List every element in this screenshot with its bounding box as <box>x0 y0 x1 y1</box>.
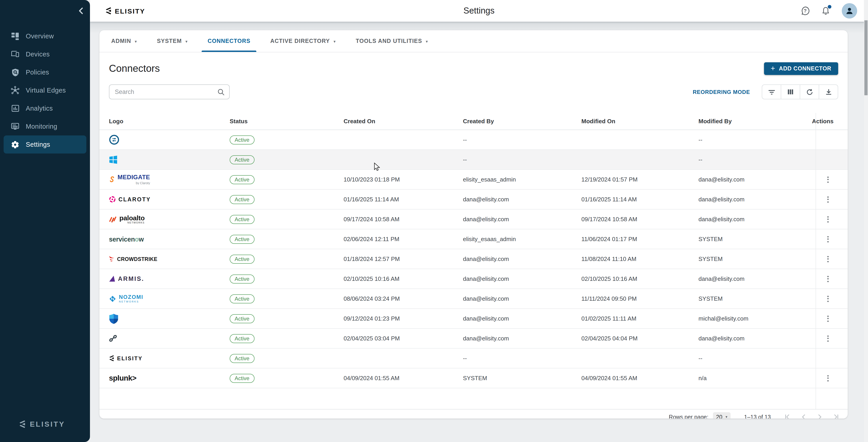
cell-modified-by: dana@elisity.com <box>699 275 812 282</box>
connector-logo-text: paloalto <box>119 214 145 221</box>
sidebar-item-monitoring[interactable]: Monitoring <box>4 117 86 135</box>
sidebar-item-devices[interactable]: Devices <box>4 45 86 63</box>
column-header-logo: Logo <box>99 118 230 125</box>
filter-icon[interactable] <box>762 85 781 99</box>
table-row[interactable]: NOZOMINETWORKSActive08/06/2024 03:24 PMd… <box>99 289 848 309</box>
table-row[interactable]: servicenowActive02/06/2024 12:11 PMelisi… <box>99 229 848 249</box>
sidebar-nav: OverviewDevicesPoliciesVirtual EdgesAnal… <box>0 27 90 154</box>
status-badge: Active <box>230 135 254 144</box>
cell-created-by: dana@elisity.com <box>463 335 581 342</box>
row-actions-menu-icon[interactable] <box>823 294 833 304</box>
search-input-container <box>109 84 230 99</box>
section-heading: Connectors <box>109 63 160 74</box>
elisity-logo-icon <box>19 420 26 429</box>
chevron-down-icon: ▾ <box>426 39 428 43</box>
cell-created-by: dana@elisity.com <box>463 256 581 262</box>
sidebar-item-settings[interactable]: Settings <box>4 135 86 154</box>
defender-shield-icon <box>109 313 119 324</box>
help-icon[interactable]: ? <box>800 6 810 16</box>
last-page-button[interactable] <box>831 411 841 418</box>
cell-modified-on: 11/06/2024 01:17 PM <box>581 236 699 242</box>
row-actions-menu-icon[interactable] <box>823 274 833 284</box>
row-actions-menu-icon[interactable] <box>823 214 833 224</box>
table-row[interactable]: paloaltoNETWORKSActive09/17/2024 10:58 A… <box>99 209 848 229</box>
sidebar-collapse-icon[interactable] <box>78 7 84 16</box>
tab-active-directory[interactable]: ACTIVE DIRECTORY▾ <box>270 30 336 52</box>
cell-modified-by: SYSTEM <box>699 295 812 302</box>
cell-created-on: 09/17/2024 10:58 AM <box>344 216 463 223</box>
table-row[interactable]: Active02/04/2025 03:04 PMdana@elisity.co… <box>99 329 848 348</box>
claroty-logo: CLAROTY <box>109 196 151 203</box>
row-actions-menu-icon[interactable] <box>823 373 833 383</box>
sidebar-item-overview[interactable]: Overview <box>4 27 86 45</box>
table-row[interactable]: ARMIS.Active02/10/2025 10:16 AMdana@elis… <box>99 269 848 289</box>
column-header-created-on: Created On <box>344 118 463 125</box>
sidebar-item-policies[interactable]: Policies <box>4 63 86 81</box>
svg-text:?: ? <box>804 8 807 13</box>
tab-system[interactable]: SYSTEM▾ <box>157 30 188 52</box>
table-row[interactable]: Active---- <box>99 150 848 170</box>
sidebar-item-virtual-edges[interactable]: Virtual Edges <box>4 81 86 99</box>
sidebar-item-label: Devices <box>26 50 50 58</box>
notifications-bell-icon[interactable] <box>821 6 831 16</box>
scrollbar-thumb[interactable] <box>864 20 868 95</box>
connectors-card: ADMIN▾SYSTEM▾CONNECTORSACTIVE DIRECTORY▾… <box>99 30 848 418</box>
tab-admin[interactable]: ADMIN▾ <box>111 30 137 52</box>
sidebar-item-analytics[interactable]: Analytics <box>4 99 86 117</box>
table-row[interactable]: Active---- <box>99 130 848 150</box>
status-badge: Active <box>230 354 254 363</box>
rows-per-page-select[interactable]: 20 ▾ <box>713 412 731 418</box>
cell-modified-by: -- <box>699 156 812 163</box>
search-input[interactable] <box>114 88 214 96</box>
search-icon <box>217 88 225 96</box>
page-scrollbar[interactable] <box>864 0 868 442</box>
cell-created-by: -- <box>463 156 581 163</box>
row-actions-menu-icon[interactable] <box>823 194 833 204</box>
pagination-bar: Rows per page: 20 ▾ 1–13 of 13 <box>99 409 848 418</box>
sidebar-item-label: Policies <box>26 69 49 76</box>
sidebar-item-label: Overview <box>26 33 54 40</box>
cell-created-by: dana@elisity.com <box>463 315 581 322</box>
table-row[interactable]: splunk>Active04/09/2024 01:55 AMSYSTEM04… <box>99 368 848 388</box>
cell-created-on: 10/10/2023 01:18 PM <box>344 176 463 183</box>
first-page-button[interactable] <box>782 411 793 418</box>
connector-logo-text: CROWDSTRIKE <box>117 256 157 262</box>
download-icon[interactable] <box>819 85 838 99</box>
app-window: OverviewDevicesPoliciesVirtual EdgesAnal… <box>0 0 868 442</box>
connector-logo-text: ELISITY <box>117 355 143 362</box>
table-row[interactable]: Active09/12/2024 01:23 PMdana@elisity.co… <box>99 309 848 329</box>
status-badge: Active <box>230 235 254 244</box>
row-actions-menu-icon[interactable] <box>823 234 833 244</box>
table-row[interactable]: CROWDSTRIKEActive01/18/2024 12:57 PMdana… <box>99 249 848 269</box>
cell-modified-on: 11/11/2024 09:50 PM <box>581 295 699 302</box>
actions-column-divider <box>815 113 816 409</box>
status-badge: Active <box>230 254 254 264</box>
row-actions-menu-icon[interactable] <box>823 333 833 343</box>
cell-created-on: 08/06/2024 03:24 PM <box>344 295 463 302</box>
row-actions-menu-icon[interactable] <box>823 313 833 324</box>
tab-tools-and-utilities[interactable]: TOOLS AND UTILITIES▾ <box>356 30 428 52</box>
cell-modified-by: n/a <box>699 375 812 381</box>
columns-icon[interactable] <box>781 85 800 99</box>
row-actions-menu-icon[interactable] <box>823 174 833 184</box>
row-actions-menu-icon[interactable] <box>823 254 833 264</box>
next-page-button[interactable] <box>814 411 825 418</box>
crowdstrike-logo: CROWDSTRIKE <box>109 255 157 263</box>
connector-logo-text: MEDIGATE <box>118 174 150 180</box>
table-row[interactable]: CLAROTYActive01/16/2025 11:14 AMdana@eli… <box>99 190 848 209</box>
previous-page-button[interactable] <box>798 411 809 418</box>
gear-icon <box>11 140 20 149</box>
tab-connectors[interactable]: CONNECTORS <box>208 30 250 52</box>
monitor-list-icon <box>11 122 20 131</box>
cell-modified-by: dana@elisity.com <box>699 196 812 203</box>
dashboard-icon <box>11 32 20 40</box>
chevron-down-icon: ▾ <box>185 39 188 43</box>
status-badge: Active <box>230 314 254 323</box>
reordering-mode-button[interactable]: REORDERING MODE <box>693 89 750 95</box>
table-row[interactable]: MEDIGATEby ClarotyActive10/10/2023 01:18… <box>99 170 848 190</box>
crowdstrike-logo-icon <box>109 255 114 263</box>
refresh-icon[interactable] <box>800 85 819 99</box>
table-row[interactable]: ELISITYActive---- <box>99 348 848 368</box>
add-connector-button[interactable]: + ADD CONNECTOR <box>764 62 838 75</box>
user-avatar[interactable] <box>842 3 857 19</box>
